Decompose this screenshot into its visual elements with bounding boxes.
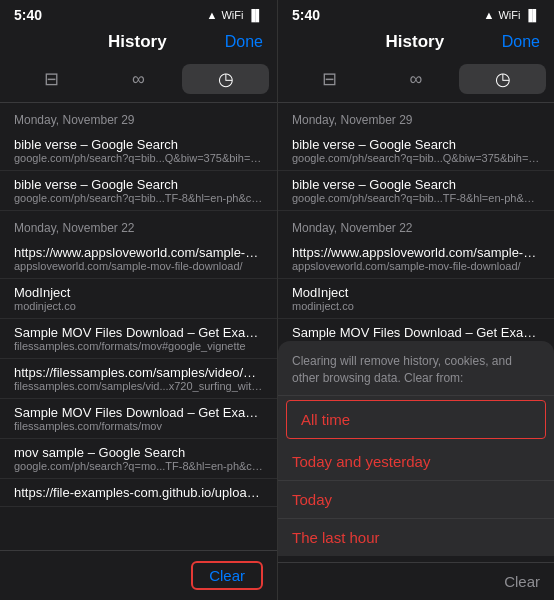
item-url: google.com/ph/search?q=bib...TF-8&hl=en-… [14, 192, 263, 204]
status-icons-left: ▲ WiFi ▐▌ [207, 9, 263, 21]
item-url: appsloveworld.com/sample-mov-file-downlo… [14, 260, 263, 272]
item-title: https://www.appsloveworld.com/sample-m..… [14, 245, 263, 260]
dropdown-info-text: Clearing will remove history, cookies, a… [278, 341, 554, 396]
clear-bar-left: Clear [0, 550, 277, 600]
item-url: filessamples.com/formats/mov [14, 420, 263, 432]
item-title: Sample MOV Files Download – Get Exampl..… [14, 325, 263, 340]
item-title: https://www.appsloveworld.com/sample-m..… [292, 245, 540, 260]
item-title: bible verse – Google Search [14, 137, 263, 152]
tab-history-left[interactable]: ◷ [182, 64, 269, 94]
dropdown-option-today[interactable]: Today [278, 481, 554, 519]
history-title-right: History [328, 32, 502, 52]
dropdown-option-today-yesterday[interactable]: Today and yesterday [278, 443, 554, 481]
item-title: ModInject [292, 285, 540, 300]
list-item[interactable]: mov sample – Google Search google.com/ph… [0, 439, 277, 479]
item-title: ModInject [14, 285, 263, 300]
right-panel: 5:40 ▲ WiFi ▐▌ History Done ⊟ ∞ ◷ Monday… [277, 0, 554, 600]
item-title: Sample MOV Files Download – Get Exampl..… [292, 325, 540, 340]
dropdown-option-alltime[interactable]: All time [286, 400, 546, 439]
signal-icon-r: ▲ [484, 9, 495, 21]
clear-button-right[interactable]: Clear [504, 573, 540, 590]
date-header-nov22-left: Monday, November 22 [0, 211, 277, 239]
tab-reading-left[interactable]: ∞ [95, 64, 182, 94]
tab-bar-left: ⊟ ∞ ◷ [0, 60, 277, 103]
status-bar-left: 5:40 ▲ WiFi ▐▌ [0, 0, 277, 28]
clear-bar-right: Clear [278, 562, 554, 600]
list-item[interactable]: bible verse – Google Search google.com/p… [278, 171, 554, 211]
wifi-icon-r: WiFi [498, 9, 520, 21]
done-button-left[interactable]: Done [225, 33, 263, 51]
tab-reading-right[interactable]: ∞ [373, 64, 460, 94]
item-url: google.com/ph/search?q=mo...TF-8&hl=en-p… [14, 460, 263, 472]
item-title: Sample MOV Files Download – Get Exampl..… [14, 405, 263, 420]
list-item[interactable]: ModInject modinject.co [278, 279, 554, 319]
clear-button-left[interactable]: Clear [191, 561, 263, 590]
item-title: bible verse – Google Search [292, 137, 540, 152]
list-item[interactable]: https://www.appsloveworld.com/sample-m..… [0, 239, 277, 279]
battery-icon-r: ▐▌ [524, 9, 540, 21]
item-url: filessamples.com/samples/vid...x720_surf… [14, 380, 263, 392]
item-url: google.com/ph/search?q=bib...TF-8&hl=en-… [292, 192, 540, 204]
list-item[interactable]: https://file-examples-com.github.io/uplo… [0, 479, 277, 507]
clear-dropdown: Clearing will remove history, cookies, a… [278, 341, 554, 556]
list-item[interactable]: ModInject modinject.co [0, 279, 277, 319]
status-time-left: 5:40 [14, 7, 42, 23]
tab-bar-right: ⊟ ∞ ◷ [278, 60, 554, 103]
date-header-nov22-right: Monday, November 22 [278, 211, 554, 239]
item-title: bible verse – Google Search [292, 177, 540, 192]
list-item[interactable]: bible verse – Google Search google.com/p… [0, 171, 277, 211]
date-header-nov29-left: Monday, November 29 [0, 103, 277, 131]
item-url: filessamples.com/formats/mov#google_vign… [14, 340, 263, 352]
bookmarks-icon-right: ⊟ [322, 68, 337, 90]
item-title: mov sample – Google Search [14, 445, 263, 460]
done-button-right[interactable]: Done [502, 33, 540, 51]
header-right: History Done [278, 28, 554, 60]
left-panel: 5:40 ▲ WiFi ▐▌ History Done ⊟ ∞ ◷ Monday… [0, 0, 277, 600]
history-list-left: Monday, November 29 bible verse – Google… [0, 103, 277, 600]
status-bar-right: 5:40 ▲ WiFi ▐▌ [278, 0, 554, 28]
header-left: History Done [0, 28, 277, 60]
item-url: google.com/ph/search?q=bib...Q&biw=375&b… [292, 152, 540, 164]
list-item[interactable]: Sample MOV Files Download – Get Exampl..… [0, 319, 277, 359]
tab-bookmarks-left[interactable]: ⊟ [8, 64, 95, 94]
status-time-right: 5:40 [292, 7, 320, 23]
reading-icon-right: ∞ [410, 69, 423, 90]
bookmarks-icon-left: ⊟ [44, 68, 59, 90]
battery-icon: ▐▌ [247, 9, 263, 21]
date-header-nov29-right: Monday, November 29 [278, 103, 554, 131]
tab-bookmarks-right[interactable]: ⊟ [286, 64, 373, 94]
list-item[interactable]: bible verse – Google Search google.com/p… [0, 131, 277, 171]
list-item[interactable]: https://filessamples.com/samples/video/m… [0, 359, 277, 399]
dropdown-option-last-hour[interactable]: The last hour [278, 519, 554, 556]
item-url: appsloveworld.com/sample-mov-file-downlo… [292, 260, 540, 272]
item-title: https://file-examples-com.github.io/uplo… [14, 485, 263, 500]
item-title: bible verse – Google Search [14, 177, 263, 192]
item-url: modinject.co [292, 300, 540, 312]
list-item[interactable]: bible verse – Google Search google.com/p… [278, 131, 554, 171]
tab-history-right[interactable]: ◷ [459, 64, 546, 94]
history-icon-left: ◷ [218, 68, 234, 90]
history-icon-right: ◷ [495, 68, 511, 90]
item-url: google.com/ph/search?q=bib...Q&biw=375&b… [14, 152, 263, 164]
signal-icon: ▲ [207, 9, 218, 21]
list-item[interactable]: Sample MOV Files Download – Get Exampl..… [0, 399, 277, 439]
reading-icon-left: ∞ [132, 69, 145, 90]
status-icons-right: ▲ WiFi ▐▌ [484, 9, 540, 21]
wifi-icon: WiFi [221, 9, 243, 21]
history-title-left: History [50, 32, 225, 52]
item-title: https://filessamples.com/samples/video/m… [14, 365, 263, 380]
list-item[interactable]: https://www.appsloveworld.com/sample-m..… [278, 239, 554, 279]
item-url: modinject.co [14, 300, 263, 312]
